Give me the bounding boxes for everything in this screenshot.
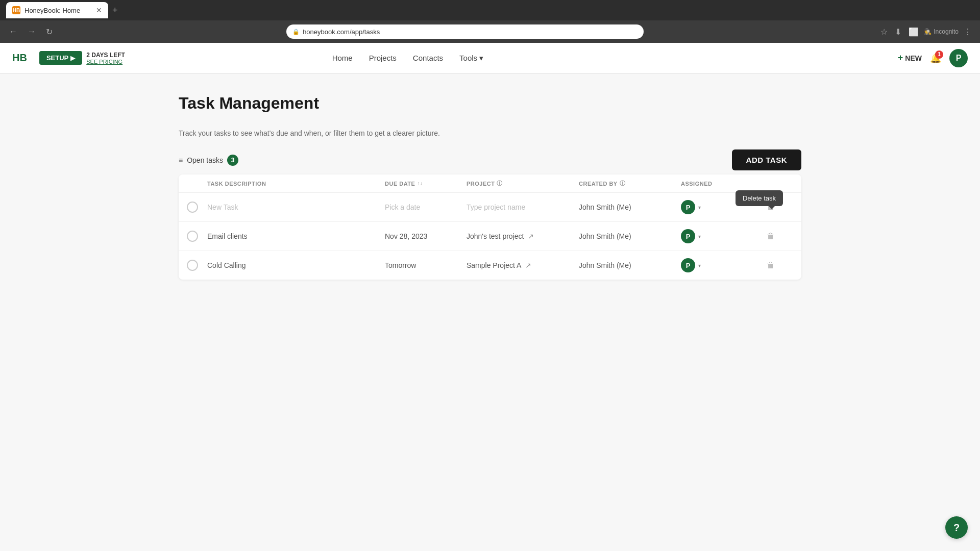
extension-icon[interactable]: ⬜ [906,25,921,39]
plus-icon: + [898,53,903,63]
download-icon[interactable]: ⬇ [893,25,903,39]
delete-cell-3: 🗑 [763,259,793,272]
new-button[interactable]: + NEW [898,53,922,63]
nav-home[interactable]: Home [332,54,353,63]
project-1: Type project name [467,203,579,211]
col-project: PROJECT ⓘ [467,180,579,187]
col-due-date[interactable]: DUE DATE ↑↓ [385,181,467,187]
assigned-cell-2: P ▾ [681,229,763,243]
add-task-button[interactable]: ADD TASK [732,149,801,170]
browser-actions: ☆ ⬇ ⬜ 🕵 Incognito ⋮ [878,25,974,39]
trial-info: 2 DAYS LEFT SEE PRICING [86,52,125,65]
nav-projects[interactable]: Projects [369,54,397,63]
open-tasks-badge: 3 [227,155,238,166]
tasks-table: TASK DESCRIPTION DUE DATE ↑↓ PROJECT ⓘ C… [179,174,801,280]
tab-close-button[interactable]: ✕ [96,6,102,14]
assignee-chevron-1[interactable]: ▾ [698,205,701,210]
browser-tab[interactable]: HB HoneyBook: Home ✕ [6,2,108,18]
table-row: Cold Calling Tomorrow Sample Project A ↗… [179,251,801,280]
assignee-avatar-2[interactable]: P [681,229,695,243]
task-checkbox-2[interactable] [187,231,198,242]
setup-button[interactable]: SETUP ▶ [39,51,82,65]
address-bar[interactable]: 🔒 honeybook.com/app/tasks [286,24,644,39]
browser-chrome: HB HoneyBook: Home ✕ + [0,0,980,20]
due-date-2: Nov 28, 2023 [385,232,467,240]
delete-cell-2: 🗑 [763,230,793,243]
tasks-toolbar: ≡ Open tasks 3 ADD TASK [179,149,801,170]
notification-badge: 1 [935,51,943,59]
assignee-chevron-3[interactable]: ▾ [698,263,701,268]
app-logo[interactable]: HB [12,52,27,64]
header-actions: + NEW 🔔 1 P [898,49,968,67]
assignee-avatar-3[interactable]: P [681,258,695,272]
lock-icon: 🔒 [292,29,300,35]
col-task-description: TASK DESCRIPTION [207,181,385,187]
forward-button[interactable]: → [24,25,39,38]
bookmark-icon[interactable]: ☆ [878,25,890,39]
page-subtitle: Track your tasks to see what's due and w… [179,129,801,137]
delete-cell-1: 🗑 Delete task [763,201,793,214]
trial-days-label: 2 DAYS LEFT [86,52,125,59]
delete-button-2[interactable]: 🗑 [763,230,779,243]
delete-button-1[interactable]: 🗑 [763,201,779,214]
task-description-2[interactable]: Email clients [207,232,385,240]
tab-favicon: HB [12,6,20,14]
setup-arrow-icon: ▶ [70,55,75,62]
new-label: NEW [905,54,922,62]
incognito-label: 🕵 Incognito [924,25,959,39]
filter-icon: ≡ [179,156,183,164]
col-created-by: CREATED BY ⓘ [579,180,681,187]
assignee-avatar-1[interactable]: P [681,200,695,214]
table-row: Email clients Nov 28, 2023 John's test p… [179,222,801,251]
created-by-1: John Smith (Me) [579,203,681,211]
task-checkbox-3[interactable] [187,260,198,271]
created-by-info-icon[interactable]: ⓘ [620,180,626,187]
notifications-button[interactable]: 🔔 1 [930,53,941,64]
tools-chevron-icon: ▾ [479,54,483,63]
nav-tools[interactable]: Tools ▾ [459,54,483,63]
due-date-1[interactable]: Pick a date [385,203,467,211]
app-header: HB SETUP ▶ 2 DAYS LEFT SEE PRICING Home … [0,43,980,73]
refresh-button[interactable]: ↻ [43,25,56,39]
browser-toolbar: ← → ↻ 🔒 honeybook.com/app/tasks ☆ ⬇ ⬜ 🕵 … [0,20,980,43]
menu-icon[interactable]: ⋮ [962,25,974,39]
project-3: Sample Project A ↗ [467,261,579,269]
project-info-icon[interactable]: ⓘ [497,180,503,187]
due-date-3: Tomorrow [385,261,467,269]
assigned-cell-1: P ▾ [681,200,763,214]
task-description-1[interactable]: New Task [207,203,385,211]
setup-label: SETUP [46,54,68,62]
task-description-3[interactable]: Cold Calling [207,261,385,269]
new-tab-button[interactable]: + [112,5,118,16]
created-by-2: John Smith (Me) [579,232,681,240]
col-assigned: ASSIGNED [681,181,763,187]
avatar[interactable]: P [949,49,968,67]
task-checkbox-1[interactable] [187,202,198,213]
assignee-chevron-2[interactable]: ▾ [698,234,701,239]
assigned-cell-3: P ▾ [681,258,763,272]
external-link-icon-2[interactable]: ↗ [528,232,534,240]
see-pricing-link[interactable]: SEE PRICING [86,59,125,65]
table-row: New Task Pick a date Type project name J… [179,193,801,222]
delete-button-3[interactable]: 🗑 [763,259,779,272]
page-content: Task Management Track your tasks to see … [158,73,822,300]
main-nav: Home Projects Contacts Tools ▾ [332,54,483,63]
sort-icon: ↑↓ [417,181,423,186]
incognito-icon: 🕵 [924,28,932,35]
created-by-3: John Smith (Me) [579,261,681,269]
tab-title: HoneyBook: Home [24,7,80,14]
page-title: Task Management [179,94,801,113]
back-button[interactable]: ← [6,25,20,38]
external-link-icon-3[interactable]: ↗ [525,261,531,269]
open-tasks-filter[interactable]: ≡ Open tasks 3 [179,155,238,166]
project-2: John's test project ↗ [467,232,579,240]
open-tasks-label: Open tasks [187,156,223,164]
nav-contacts[interactable]: Contacts [413,54,443,63]
table-header: TASK DESCRIPTION DUE DATE ↑↓ PROJECT ⓘ C… [179,174,801,193]
url-text: honeybook.com/app/tasks [303,28,380,36]
